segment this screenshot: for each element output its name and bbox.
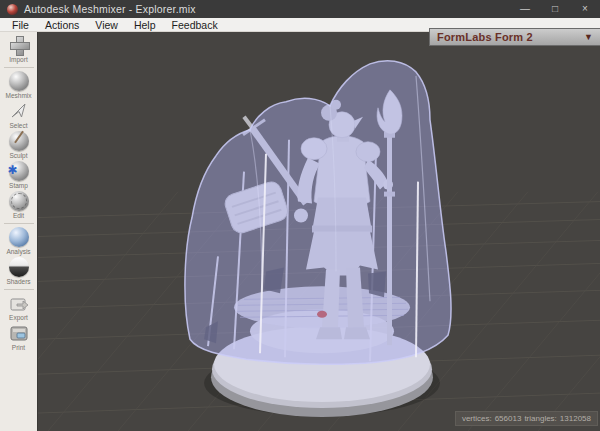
tool-label-edit: Edit bbox=[0, 212, 38, 219]
sidebar-item-analysis[interactable]: Analysis bbox=[0, 227, 38, 255]
sidebar-item-edit[interactable]: Edit bbox=[0, 191, 38, 219]
tool-label-analysis: Analysis bbox=[0, 248, 38, 255]
window-title: Autodesk Meshmixer - Explorer.mix bbox=[24, 3, 196, 15]
wireframe-sphere-icon bbox=[9, 191, 29, 211]
stamp-icon: ✱ bbox=[9, 161, 29, 181]
printer-icon bbox=[9, 323, 29, 343]
plus-icon bbox=[9, 35, 29, 55]
menu-help[interactable]: Help bbox=[126, 19, 164, 31]
sidebar-item-sculpt[interactable]: Sculpt bbox=[0, 131, 38, 159]
maximize-button[interactable]: □ bbox=[540, 0, 570, 18]
tool-label-print: Print bbox=[0, 344, 38, 351]
printer-name: FormLabs Form 2 bbox=[437, 31, 533, 43]
title-bar: Autodesk Meshmixer - Explorer.mix — □ × bbox=[0, 0, 600, 18]
menu-view[interactable]: View bbox=[87, 19, 126, 31]
sidebar-item-export[interactable]: Export bbox=[0, 293, 38, 321]
tool-label-import: Import bbox=[0, 56, 38, 63]
sidebar-item-print[interactable]: Print bbox=[0, 323, 38, 351]
triangles-label: triangles: bbox=[524, 414, 556, 423]
tool-sidebar: Import Meshmix Select Sculpt bbox=[0, 32, 38, 431]
cursor-arrow-icon bbox=[9, 101, 29, 121]
printer-select-dropdown[interactable]: FormLabs Form 2 ▼ bbox=[429, 28, 600, 46]
sidebar-item-import[interactable]: Import bbox=[0, 35, 38, 63]
chevron-down-icon: ▼ bbox=[584, 32, 593, 42]
menu-feedback[interactable]: Feedback bbox=[164, 19, 226, 31]
tool-label-export: Export bbox=[0, 314, 38, 321]
tool-label-meshmix: Meshmix bbox=[0, 92, 38, 99]
analysis-sphere-icon bbox=[9, 227, 29, 247]
scene-canvas bbox=[38, 32, 600, 431]
sidebar-item-meshmix[interactable]: Meshmix bbox=[0, 71, 38, 99]
support-shell bbox=[185, 61, 451, 365]
triangles-count: 1312058 bbox=[560, 414, 591, 423]
menu-actions[interactable]: Actions bbox=[37, 19, 87, 31]
sidebar-separator bbox=[4, 223, 34, 224]
sphere-icon bbox=[9, 71, 29, 91]
tool-label-stamp: Stamp bbox=[0, 182, 38, 189]
sidebar-separator bbox=[4, 289, 34, 290]
sidebar-separator bbox=[4, 67, 34, 68]
sidebar-item-select[interactable]: Select bbox=[0, 101, 38, 129]
tool-label-select: Select bbox=[0, 122, 38, 129]
sidebar-item-stamp[interactable]: ✱ Stamp bbox=[0, 161, 38, 189]
vertices-count: 656013 bbox=[495, 414, 522, 423]
export-icon bbox=[9, 293, 29, 313]
shader-sphere-icon bbox=[9, 257, 29, 277]
tool-label-sculpt: Sculpt bbox=[0, 152, 38, 159]
main-area: Import Meshmix Select Sculpt bbox=[0, 32, 600, 431]
menu-file[interactable]: File bbox=[4, 19, 37, 31]
tool-label-shaders: Shaders bbox=[0, 278, 38, 285]
meshmixer-logo-icon bbox=[7, 4, 18, 15]
close-button[interactable]: × bbox=[570, 0, 600, 18]
sculpt-brush-icon bbox=[9, 131, 29, 151]
sidebar-item-shaders[interactable]: Shaders bbox=[0, 257, 38, 285]
meshmixer-window: Autodesk Meshmixer - Explorer.mix — □ × … bbox=[0, 0, 600, 431]
viewport-3d[interactable]: FormLabs Form 2 ▼ vertices: 656013 trian… bbox=[38, 32, 600, 431]
minimize-button[interactable]: — bbox=[510, 0, 540, 18]
vertices-label: vertices: bbox=[462, 414, 492, 423]
mesh-stats-badge: vertices: 656013 triangles: 1312058 bbox=[455, 411, 598, 426]
